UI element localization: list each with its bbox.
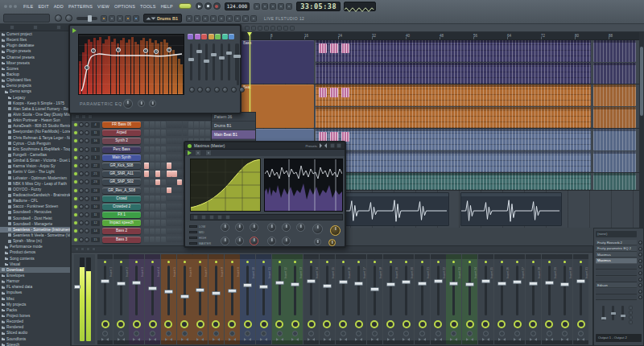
strip-pan-knob[interactable] [562, 331, 568, 336]
strip-pan-knob[interactable] [229, 331, 235, 336]
fx-slot-mix-knob[interactable] [638, 290, 642, 294]
render-icon[interactable] [202, 15, 208, 22]
channel-pan-knob[interactable] [79, 155, 84, 160]
channel-mixer-route[interactable]: 16 [91, 196, 100, 202]
mic-icon[interactable] [133, 15, 139, 22]
fx-panel-option-icon[interactable] [629, 311, 633, 315]
channel-pan-knob[interactable] [79, 188, 84, 193]
maximus-display-option-icon[interactable] [209, 215, 214, 220]
step-cell[interactable] [155, 179, 160, 186]
step-cell[interactable] [161, 212, 166, 218]
step-cell[interactable] [171, 171, 176, 177]
strip-pan-knob[interactable] [483, 331, 489, 336]
fx-slot-mix-knob[interactable] [638, 265, 642, 269]
pattern-clip[interactable] [316, 63, 591, 84]
magnet-icon[interactable] [251, 26, 256, 31]
step-cell[interactable] [171, 196, 176, 202]
strip-mute-led[interactable] [199, 261, 201, 263]
stereo-sep-knob[interactable] [275, 320, 283, 328]
step-cell[interactable] [161, 138, 166, 145]
strip-fader[interactable] [243, 283, 252, 287]
stereo-sep-knob[interactable] [450, 320, 458, 328]
step-cell[interactable] [177, 154, 182, 161]
step-cell[interactable] [161, 130, 166, 136]
typing-to-piano-icon[interactable] [101, 15, 107, 22]
strip-mute-led[interactable] [262, 261, 265, 263]
eq-band-button[interactable] [222, 34, 228, 39]
step-cell[interactable] [144, 229, 149, 235]
strip-fader[interactable] [449, 282, 458, 286]
browser-item[interactable]: Demo songs [0, 89, 70, 94]
main-pitch-knob[interactable] [65, 14, 72, 22]
channel-volume-knob[interactable] [85, 138, 89, 143]
strip-fader[interactable] [418, 282, 427, 286]
strip-fader[interactable] [132, 281, 141, 285]
mixer-strip[interactable]: Insert 14 [303, 254, 319, 344]
channel-mixer-route[interactable]: 15 [91, 237, 100, 243]
stereo-sep-knob[interactable] [244, 320, 252, 328]
detach-arrow-icon[interactable] [72, 28, 76, 33]
strip-mute-led[interactable] [564, 261, 566, 263]
channel-volume-knob[interactable] [85, 212, 89, 217]
step-cell[interactable] [177, 187, 182, 194]
step-cell[interactable] [144, 130, 149, 136]
mixer-strip[interactable]: Insert 16 [336, 254, 351, 344]
channel-mute-led[interactable] [74, 205, 77, 208]
browser-item[interactable]: Seamless ft Veela - Sometime (Vocal) [0, 233, 70, 238]
mini-clip[interactable] [341, 88, 349, 97]
step-cell[interactable] [150, 179, 155, 186]
slice-icon[interactable] [270, 26, 275, 31]
channel-pan-knob[interactable] [79, 171, 84, 176]
help-icon[interactable] [250, 15, 257, 22]
eq-gain-slider[interactable] [198, 43, 200, 80]
stereo-sep-knob[interactable] [260, 320, 268, 328]
step-cell[interactable] [171, 204, 176, 210]
strip-fader[interactable] [402, 280, 411, 284]
step-cell[interactable] [150, 163, 155, 169]
browser-item[interactable]: Soundwell - Menagerie [0, 221, 70, 227]
pattern-down-icon[interactable] [151, 17, 156, 19]
maximus-display-option-icon[interactable] [217, 215, 222, 220]
step-cell[interactable] [171, 138, 176, 145]
step-cell[interactable] [177, 163, 182, 169]
eq-bandwidth-knob[interactable] [197, 87, 203, 93]
strip-fader[interactable] [101, 279, 109, 283]
playlist-ruler[interactable]: 816243240485664728088 [242, 32, 639, 40]
step-cell[interactable] [150, 237, 155, 243]
strip-mute-led[interactable] [104, 261, 106, 263]
step-cell[interactable] [150, 130, 155, 136]
pattern-clip[interactable] [316, 40, 591, 62]
stereo-sep-knob[interactable] [196, 320, 204, 328]
mixer-strip[interactable]: Insert 25 [478, 254, 493, 344]
pattern-clip[interactable] [316, 84, 591, 106]
eq-band-button[interactable] [215, 34, 221, 39]
playhead-marker-icon[interactable] [247, 32, 252, 36]
fx-slot[interactable]: Maximus [596, 258, 637, 264]
strip-fader[interactable] [481, 279, 490, 283]
step-cell[interactable] [200, 130, 204, 136]
channel-volume-knob[interactable] [85, 188, 89, 193]
graph-edit-icon[interactable] [88, 114, 93, 119]
maximus-band-tab[interactable]: HIGH [189, 235, 211, 241]
channel-volume-knob[interactable] [85, 147, 89, 152]
channel-volume-knob[interactable] [85, 220, 89, 225]
step-cell[interactable] [167, 154, 171, 161]
brush-icon[interactable] [264, 26, 269, 31]
strip-pan-knob[interactable] [419, 331, 425, 336]
strip-fader[interactable] [354, 282, 363, 286]
fx-slot[interactable]: Edison [596, 282, 637, 288]
channel-pan-knob[interactable] [79, 179, 84, 184]
fx-slot[interactable]: Fruity parametric EQ 2 [596, 246, 637, 252]
strip-pan-knob[interactable] [261, 331, 266, 336]
eq-band-button[interactable] [208, 34, 214, 39]
stereo-sep-knob[interactable] [545, 320, 553, 328]
mixer-strip[interactable]: Insert 22 [431, 254, 446, 344]
channel-button[interactable]: GR_Kick_S08 [102, 163, 141, 169]
maximus-knob[interactable] [330, 225, 341, 236]
pattern-clip[interactable]: Bass [242, 40, 314, 84]
fx-slot-mix-knob[interactable] [638, 259, 642, 263]
strip-fader[interactable] [545, 281, 554, 285]
step-cell[interactable] [144, 122, 149, 128]
maximus-knob[interactable] [314, 238, 321, 245]
channel-volume-knob[interactable] [85, 155, 89, 160]
